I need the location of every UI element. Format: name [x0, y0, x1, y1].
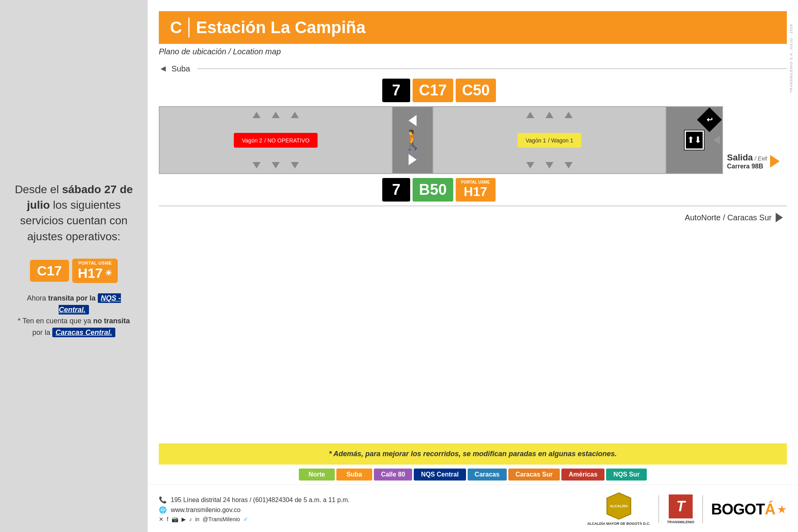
alcaldia-text: ALCALDÍA MAYOR DE BOGOTÁ D.C. [587, 522, 650, 526]
footer-phone-row: 📞 195 Línea distrital 24 horas / (601)48… [159, 496, 571, 504]
arrow-down-2 [272, 162, 280, 168]
social-handle: @TransMilenio [203, 516, 240, 522]
exit-diamond: ↩ [697, 107, 722, 132]
map-area: ◄ Suba 7 C17 C50 Vagón 2 [148, 56, 798, 438]
yellow-banner: * Además, para mejorar los recorridos, s… [159, 443, 787, 465]
main-panel: TRANSMILENIO S.A. JULIO - 2024 C Estació… [148, 0, 798, 532]
legend-item-suba: Suba [336, 469, 372, 481]
transmilenio-logo: T TRANSMILENIO [667, 494, 695, 524]
arrow-down-3 [291, 162, 299, 168]
route-b50-bottom: B50 [413, 178, 453, 202]
arrow-up-3 [291, 112, 299, 118]
w1-arrow-up-1 [526, 112, 534, 118]
carrera-label: Carrera 98B [727, 163, 763, 170]
route-c50-top: C50 [456, 79, 496, 102]
transmilenio-text: TRANSMILENIO [667, 520, 695, 524]
wagon1: Vagón 1 / Wagon 1 [433, 107, 666, 173]
wagon1-arrows-bottom [526, 162, 573, 168]
salida-en: / Exit [755, 155, 767, 162]
elevator-icon: ⬆⬇ [686, 132, 703, 148]
station-subtitle: Plano de ubicación / Location map [159, 47, 787, 56]
header-divider [188, 18, 190, 38]
arrow-up-2 [272, 112, 280, 118]
wagon1-label: Vagón 1 / Wagon 1 [518, 133, 581, 148]
svg-text:ALCALDÍA: ALCALDÍA [610, 504, 628, 508]
twitter-icon: ✕ [159, 516, 164, 522]
salida-row: Salida / Exit Carrera 98B [727, 152, 787, 170]
linkedin-icon: in [195, 516, 200, 522]
tiktok-icon: ♪ [189, 516, 192, 522]
w1-arrow-up-3 [565, 112, 573, 118]
badge-h17-label: PORTAL USME [78, 261, 112, 265]
left-title: Desde el sábado 27 de julio los siguient… [12, 182, 136, 244]
bottom-line [159, 206, 787, 206]
suba-row: ◄ Suba [159, 63, 787, 74]
alcaldia-logo: ALCALDÍA ALCALDÍA MAYOR DE BOGOTÁ D.C. [587, 492, 650, 526]
suba-label: Suba [172, 64, 190, 73]
legend-item-américas: Américas [561, 469, 604, 481]
salida-container: Salida / Exit Carrera 98B [723, 106, 787, 174]
legend-item-norte: Norte [299, 469, 335, 481]
suba-arrow-icon: ◄ [159, 63, 168, 74]
arrow-down-1 [253, 162, 261, 168]
exit-diamond-icon: ↩ [707, 115, 713, 124]
badge-c17: C17 [30, 260, 69, 282]
middle-connector: 🚶 [393, 107, 433, 173]
phone-icon: 📞 [159, 496, 167, 504]
station-letter: C [170, 18, 182, 37]
verified-icon: ✓ [243, 516, 248, 522]
web-icon: 🌐 [159, 506, 167, 514]
w1-arrow-down-3 [565, 162, 573, 168]
salida-text-block: Salida / Exit Carrera 98B [727, 152, 767, 170]
facebook-icon: f [167, 516, 168, 522]
youtube-icon: ▶ [182, 516, 186, 522]
wagon2-label: Vagón 2 / NO OPERATIVO [234, 133, 317, 148]
legend-item-caracas: Caracas [468, 469, 507, 481]
logo-divider [658, 495, 659, 523]
bogota-label: BOGOTÁ [711, 501, 775, 518]
left-panel: Desde el sábado 27 de julio los siguient… [0, 0, 148, 532]
autonorte-label: AutoNorte / Caracas Sur [685, 213, 772, 222]
bogota-logo-wrap: BOGOTÁ ★ [711, 501, 787, 518]
connector-arrow-right [409, 154, 417, 165]
salida-arrow-icon [770, 155, 780, 168]
bogota-star: ★ [777, 503, 787, 516]
vertical-label: TRANSMILENIO S.A. JULIO - 2024 [789, 24, 793, 93]
wagon1-arrows-top [526, 112, 573, 118]
wagon2-arrows-bottom [253, 162, 299, 168]
route-badges: C17 PORTAL USME H17 ☀ [30, 259, 118, 283]
alcaldia-shield-svg: ALCALDÍA [606, 492, 632, 520]
routes-top: 7 C17 C50 [159, 79, 787, 102]
legend-item-nqs-sur: NQS Sur [606, 469, 647, 481]
legend-item-caracas-sur: Caracas Sur [508, 469, 560, 481]
route-7-bottom: 7 [382, 178, 410, 202]
pedestrian-icon: 🚶 [401, 129, 425, 151]
instagram-icon: 📸 [172, 516, 178, 522]
exit-small-arrow [713, 136, 720, 144]
w1-arrow-down-2 [545, 162, 553, 168]
wagon2-arrows-top [253, 112, 299, 118]
route-c17-top: C17 [413, 79, 453, 102]
footer-logos: ALCALDÍA ALCALDÍA MAYOR DE BOGOTÁ D.C. T… [587, 492, 787, 526]
footer-area: 📞 195 Línea distrital 24 horas / (601)48… [148, 485, 798, 532]
badge-h17-num: H17 ☀ [78, 266, 112, 280]
route-7-top: 7 [382, 79, 410, 102]
salida-label: Salida [727, 152, 753, 162]
line-legend: NorteSubaCalle 80NQS CentralCaracasCarac… [159, 469, 787, 481]
wagon2: Vagón 2 / NO OPERATIVO [160, 107, 393, 173]
w1-arrow-up-2 [545, 112, 553, 118]
footer-contact: 📞 195 Línea distrital 24 horas / (601)48… [159, 496, 571, 522]
w1-arrow-down-1 [526, 162, 534, 168]
legend-item-calle-80: Calle 80 [374, 469, 412, 481]
autonorte-row: AutoNorte / Caracas Sur [159, 213, 787, 222]
connector-arrow-left [409, 115, 417, 126]
footer-web-row: 🌐 www.transmilenio.gov.co [159, 506, 571, 514]
logo-divider2 [702, 495, 703, 523]
legend-item-nqs-central: NQS Central [414, 469, 466, 481]
transmilenio-t: T [669, 494, 693, 518]
route-h17-bottom: PORTAL USME H17 [456, 178, 496, 202]
footer-social-row: ✕ f 📸 ▶ ♪ in @TransMilenio ✓ [159, 516, 571, 522]
routes-bottom: 7 B50 PORTAL USME H17 [159, 178, 787, 202]
station-name: Estación La Campiña [196, 18, 365, 37]
no-transita-text: no transita [93, 317, 130, 325]
